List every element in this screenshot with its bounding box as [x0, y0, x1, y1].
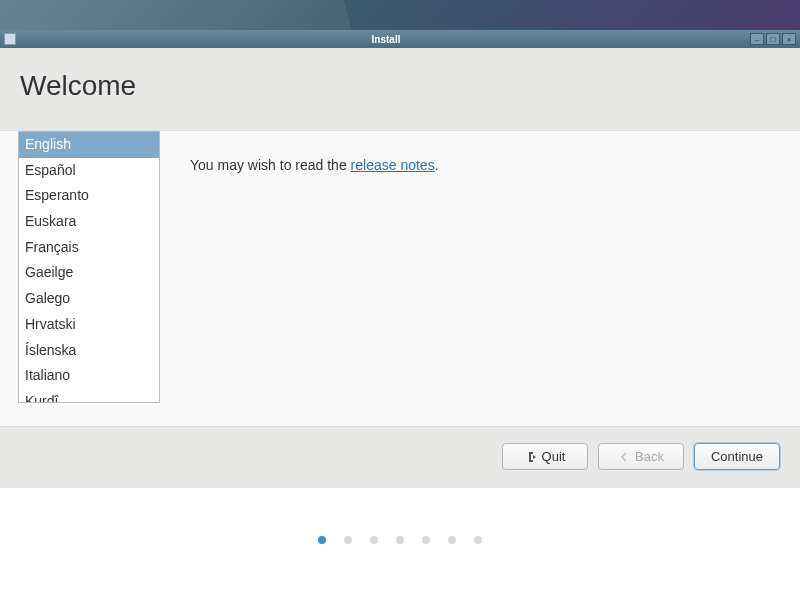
language-item[interactable]: Gaeilge — [19, 260, 159, 286]
back-icon — [618, 451, 630, 463]
release-notes-suffix: . — [435, 157, 439, 173]
installer-header: Welcome — [0, 48, 800, 130]
language-item[interactable]: Kurdî — [19, 389, 159, 403]
window-title: Install — [22, 34, 750, 45]
page-background — [0, 488, 800, 593]
language-item[interactable]: Galego — [19, 286, 159, 312]
installer-window: Welcome EnglishEspañolEsperantoEuskaraFr… — [0, 48, 800, 488]
release-notes-link[interactable]: release notes — [351, 157, 435, 173]
back-button: Back — [598, 443, 684, 470]
language-list[interactable]: EnglishEspañolEsperantoEuskaraFrançaisGa… — [18, 131, 160, 403]
window-titlebar: Install – □ × — [0, 30, 800, 48]
pager-dot[interactable] — [344, 536, 352, 544]
language-item[interactable]: Español — [19, 158, 159, 184]
continue-button[interactable]: Continue — [694, 443, 780, 470]
language-item[interactable]: Italiano — [19, 363, 159, 389]
language-item[interactable]: English — [19, 132, 159, 158]
language-item[interactable]: Hrvatski — [19, 312, 159, 338]
language-item[interactable]: Íslenska — [19, 338, 159, 364]
quit-icon — [525, 451, 537, 463]
minimize-button[interactable]: – — [750, 33, 764, 45]
main-content: You may wish to read the release notes. — [160, 131, 800, 426]
close-button[interactable]: × — [782, 33, 796, 45]
pager-dot[interactable] — [448, 536, 456, 544]
installer-footer: Quit Back Continue — [0, 427, 800, 488]
step-pager — [0, 536, 800, 544]
pager-dot[interactable] — [474, 536, 482, 544]
app-icon — [4, 33, 16, 45]
maximize-button[interactable]: □ — [766, 33, 780, 45]
pager-dot[interactable] — [318, 536, 326, 544]
pager-dot[interactable] — [396, 536, 404, 544]
back-label: Back — [635, 449, 664, 464]
desktop-background: Install – □ × Welcome EnglishEspañolEspe… — [0, 0, 800, 593]
language-item[interactable]: Français — [19, 235, 159, 261]
pager-dot[interactable] — [370, 536, 378, 544]
window-controls: – □ × — [750, 33, 796, 45]
release-notes-prefix: You may wish to read the — [190, 157, 351, 173]
page-title: Welcome — [20, 70, 780, 102]
quit-label: Quit — [542, 449, 566, 464]
installer-body: EnglishEspañolEsperantoEuskaraFrançaisGa… — [0, 130, 800, 427]
quit-button[interactable]: Quit — [502, 443, 588, 470]
language-item[interactable]: Esperanto — [19, 183, 159, 209]
continue-label: Continue — [711, 449, 763, 464]
pager-dot[interactable] — [422, 536, 430, 544]
language-item[interactable]: Euskara — [19, 209, 159, 235]
